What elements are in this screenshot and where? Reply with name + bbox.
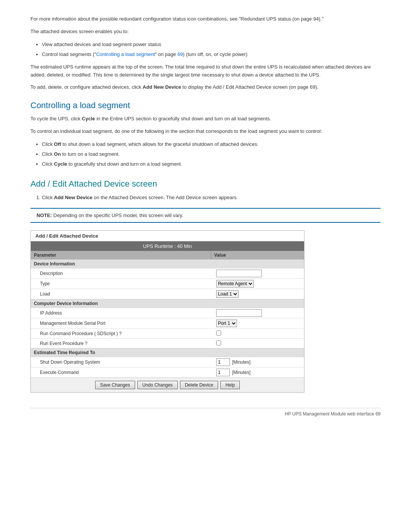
- row-shutdown-os: Shut Down Operating System [Minutes]: [31, 357, 304, 367]
- value-sdscript: [213, 329, 304, 338]
- page-69-link-1[interactable]: 69: [177, 51, 183, 57]
- section2-step1: Click Add New Device on the Attached Dev…: [42, 193, 381, 202]
- header-param: Parameter: [31, 251, 211, 259]
- param-header-row: Parameter Value: [31, 251, 304, 259]
- section1-para1: To cycle the UPS, click Cycle in the Ent…: [30, 115, 381, 123]
- load-select[interactable]: Load 1: [216, 290, 239, 298]
- param-execute-command: Execute Command: [31, 369, 213, 376]
- device-form-title: Add / Edit Attached Device: [31, 231, 304, 241]
- section-computer-info: Computer Device Information: [31, 299, 304, 308]
- note-box: NOTE: Depending on the specific UPS mode…: [30, 208, 381, 223]
- value-event-procedure: [213, 339, 304, 348]
- section-device-info: Device Information: [31, 259, 304, 268]
- param-load: Load: [31, 290, 213, 298]
- device-form-wrapper: Add / Edit Attached Device UPS Runtime :…: [30, 230, 304, 393]
- intro-para1: For more information about the possible …: [30, 15, 381, 23]
- param-type: Type: [31, 280, 213, 288]
- section-estimated-time: Estimated Time Required To: [31, 348, 304, 357]
- section2-heading: Add / Edit Attached Device screen: [30, 179, 381, 189]
- param-shutdown-os: Shut Down Operating System: [31, 358, 213, 366]
- param-ip-address: IP Address: [31, 309, 213, 317]
- form-button-row: Save Changes Undo Changes Delete Device …: [31, 377, 304, 392]
- param-event-procedure: Run Event Procedure ?: [31, 340, 213, 347]
- section1-para2: To control an individual load segment, d…: [30, 128, 381, 136]
- sdscript-checkbox[interactable]: [216, 331, 221, 335]
- event-procedure-checkbox[interactable]: [216, 340, 221, 345]
- value-ip-address: [213, 308, 304, 318]
- section1-heading: Controlling a load segment: [30, 101, 381, 110]
- intro-para3: The estimated UPS runtime appears at the…: [30, 63, 381, 79]
- shutdown-os-input[interactable]: [216, 358, 230, 366]
- ups-runtime-row: UPS Runtime : 40 Min: [31, 241, 304, 251]
- page-footer: HP UPS Management Module web interface 6…: [30, 408, 381, 417]
- execute-command-minutes-label: [Minutes]: [232, 370, 251, 375]
- note-label: NOTE:: [37, 212, 52, 218]
- value-type: Remote Agent: [213, 279, 304, 289]
- description-input[interactable]: [216, 270, 262, 277]
- note-text: Depending on the specific UPS model, thi…: [53, 212, 183, 218]
- help-button[interactable]: Help: [220, 381, 240, 389]
- intro-bullet-1: View attached devices and load segment p…: [42, 40, 381, 49]
- value-serial-port: Port 1: [213, 318, 304, 328]
- param-sdscript: Run Command Procedure ( SDScript ) ?: [31, 330, 213, 337]
- row-sdscript: Run Command Procedure ( SDScript ) ?: [31, 328, 304, 338]
- save-changes-button[interactable]: Save Changes: [95, 381, 135, 389]
- intro-bullet-2: Control load segments ("Controlling a lo…: [42, 50, 381, 59]
- row-serial-port: Management Module Serial Port Port 1: [31, 318, 304, 328]
- type-select[interactable]: Remote Agent: [216, 280, 254, 288]
- undo-changes-button[interactable]: Undo Changes: [137, 381, 178, 389]
- section1-bullet-3: Click Cycle to gracefully shut down and …: [42, 160, 381, 168]
- add-new-device-bold: Add New Device: [54, 195, 92, 200]
- section2-steps: Click Add New Device on the Attached Dev…: [42, 193, 381, 202]
- row-load: Load Load 1: [31, 289, 304, 299]
- value-execute-command: [Minutes]: [213, 367, 304, 377]
- shutdown-os-minutes-label: [Minutes]: [232, 359, 251, 365]
- value-load: Load 1: [213, 289, 304, 299]
- cycle-ref: Cycle: [82, 116, 95, 121]
- intro-bullet-list: View attached devices and load segment p…: [42, 40, 381, 59]
- param-serial-port: Management Module Serial Port: [31, 320, 213, 327]
- row-ip-address: IP Address: [31, 308, 304, 318]
- value-description: [213, 268, 304, 278]
- serial-port-select[interactable]: Port 1: [216, 320, 237, 327]
- intro-para4: To add, delete, or configure attached de…: [30, 83, 381, 91]
- execute-command-input[interactable]: [216, 369, 230, 376]
- param-description: Description: [31, 270, 213, 277]
- row-type: Type Remote Agent: [31, 278, 304, 289]
- value-shutdown-os: [Minutes]: [213, 357, 304, 367]
- delete-device-button[interactable]: Delete Device: [180, 381, 218, 389]
- row-execute-command: Execute Command [Minutes]: [31, 367, 304, 377]
- ip-address-input[interactable]: [216, 309, 262, 317]
- section1-bullet-2: Click On to turn on a load segment.: [42, 150, 381, 158]
- section1-bullet-1: Click Off to shut down a load segment, w…: [42, 140, 381, 149]
- controlling-load-segment-link[interactable]: Controlling a load segment: [96, 51, 155, 57]
- row-event-procedure: Run Event Procedure ?: [31, 338, 304, 348]
- header-value: Value: [211, 251, 304, 259]
- section1-bullet-list: Click Off to shut down a load segment, w…: [42, 140, 381, 168]
- add-new-device-ref: Add New Device: [143, 84, 181, 90]
- intro-para2: The attached devices screen enables you …: [30, 28, 381, 36]
- row-description: Description: [31, 268, 304, 278]
